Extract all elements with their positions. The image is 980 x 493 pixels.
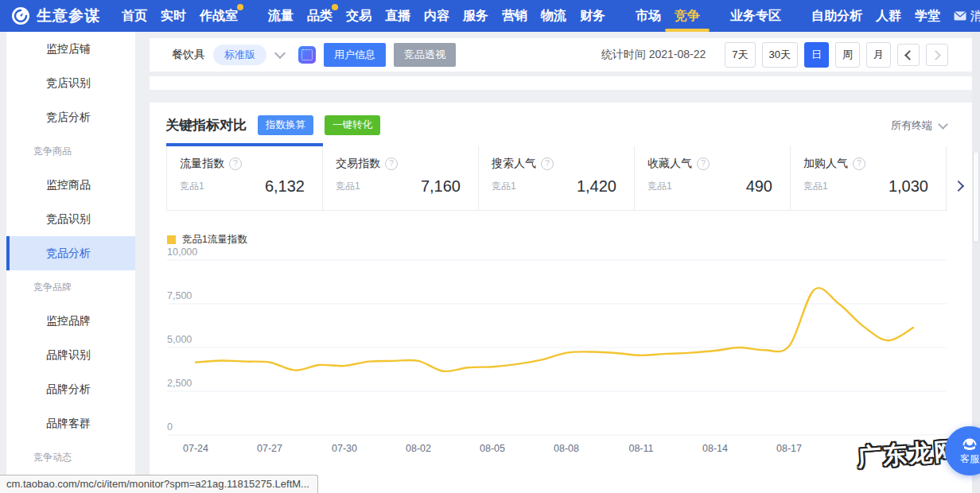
metric-card-cart-popularity[interactable]: 加购人气? 竞品11,030: [791, 146, 947, 210]
nav-live[interactable]: 直播: [385, 0, 410, 32]
metric-series: 竞品1: [492, 180, 516, 193]
x-axis-tick: 08-11: [617, 443, 665, 454]
sidebar-section-compete-trends: 竞争动态: [6, 441, 135, 474]
scrollbar-thumb[interactable]: [973, 151, 979, 243]
x-axis-tick: 08-17: [765, 443, 813, 454]
y-axis-tick: 10,000: [167, 246, 197, 258]
nav-self-analysis[interactable]: 自助分析: [811, 0, 862, 32]
metric-value: 1,030: [889, 177, 928, 196]
range-week-button[interactable]: 周: [835, 42, 860, 68]
notification-dot: [332, 4, 338, 10]
nav-trade[interactable]: 交易: [346, 0, 371, 32]
next-date-button[interactable]: [926, 44, 948, 66]
range-7d-button[interactable]: 7天: [725, 42, 755, 68]
index-convert-button[interactable]: 指数换算: [258, 115, 313, 135]
user-info-button[interactable]: 用户信息: [324, 43, 386, 67]
sidebar: 监控店铺 竞店识别 竞店分析 竞争商品 监控商品 竞品识别 竞品分析 竞争品牌 …: [6, 32, 135, 493]
metric-title: 流量指数: [180, 157, 224, 171]
section-gap-strip: [150, 76, 972, 90]
nav-warroom[interactable]: 作战室: [200, 0, 238, 32]
line-chart-canvas: [167, 258, 951, 438]
sidebar-item-monitor-brands[interactable]: 监控品牌: [6, 304, 135, 338]
nav-content[interactable]: 内容: [424, 0, 449, 32]
nav-traffic[interactable]: 流量: [268, 0, 294, 32]
y-axis-tick: 5,000: [167, 334, 192, 345]
x-axis-tick: 08-05: [469, 443, 516, 454]
x-axis-tick: 07-30: [321, 443, 368, 454]
legend-label: 竞品1流量指数: [182, 233, 247, 246]
metric-card-trade-index[interactable]: 交易指数? 竞品17,160: [323, 146, 479, 210]
help-icon[interactable]: ?: [697, 157, 710, 170]
sycm-logo-icon: [11, 6, 30, 25]
metric-card-search-popularity[interactable]: 搜索人气? 竞品11,420: [479, 146, 635, 210]
rival-perspective-button[interactable]: 竞品透视: [394, 43, 456, 67]
app-grid-icon[interactable]: [298, 46, 316, 64]
one-key-convert-button[interactable]: 一键转化: [325, 115, 380, 135]
nav-market[interactable]: 市场: [636, 0, 661, 32]
metric-card-traffic-index[interactable]: 流量指数? 竞品16,132: [167, 146, 323, 210]
version-badge[interactable]: 标准版: [213, 45, 266, 65]
range-30d-button[interactable]: 30天: [762, 42, 798, 68]
nav-realtime[interactable]: 实时: [161, 0, 186, 32]
metric-series: 竞品1: [803, 180, 828, 193]
help-icon[interactable]: ?: [541, 157, 554, 170]
cards-scroll-right-button[interactable]: [955, 179, 969, 193]
sidebar-item-rival-shop-identify[interactable]: 竞店识别: [6, 66, 135, 100]
sidebar-item-rival-item-analysis[interactable]: 竞品分析: [6, 236, 135, 270]
notification-dot: [237, 4, 243, 10]
brand[interactable]: 生意参谋: [11, 6, 100, 26]
x-axis-tick: 08-08: [542, 443, 590, 454]
metric-card-favorite-popularity[interactable]: 收藏人气? 竞品1490: [635, 146, 791, 210]
y-axis-tick: 0: [167, 421, 173, 433]
sidebar-item-rival-item-identify[interactable]: 竞品识别: [6, 202, 135, 236]
help-icon[interactable]: ?: [853, 157, 865, 170]
sidebar-item-monitor-shop[interactable]: 监控店铺: [6, 32, 135, 66]
chevron-right-icon: [953, 181, 964, 192]
nav-marketing[interactable]: 营销: [502, 0, 527, 32]
range-day-button[interactable]: 日: [804, 42, 829, 68]
range-month-button[interactable]: 月: [866, 42, 891, 68]
nav-service[interactable]: 服务: [463, 0, 488, 32]
category-label: 餐饮具: [172, 48, 205, 62]
sidebar-item-rival-shop-analysis[interactable]: 竞店分析: [6, 100, 135, 134]
brand-name: 生意参谋: [37, 6, 100, 26]
chevron-left-icon: [904, 50, 915, 60]
date-controls: 统计时间 2021-08-22 7天 30天 日 周 月: [601, 42, 948, 68]
x-axis-tick: 07-24: [172, 443, 220, 454]
chevron-down-icon[interactable]: [274, 48, 286, 59]
nav-academy[interactable]: 学堂: [915, 0, 940, 32]
filter-bar: 餐饮具 标准版 用户信息 竞品透视 统计时间 2021-08-22 7天 30天…: [150, 38, 972, 72]
page-scrollbar[interactable]: [972, 32, 980, 493]
y-axis-tick: 7,500: [167, 290, 192, 301]
app-window: 生意参谋 首页 实时 作战室 流量 品类 交易 直播 内容 服务 营销 物流 财…: [0, 0, 980, 493]
metric-series: 竞品1: [648, 180, 672, 193]
metric-series: 竞品1: [180, 180, 204, 193]
status-url-tooltip: cm.taobao.com/mc/ci/item/monitor?spm=a21…: [0, 475, 318, 493]
panel-header: 关键指标对比 指数换算 一键转化 所有终端: [150, 103, 972, 146]
nav-category[interactable]: 品类: [307, 0, 332, 32]
nav-logistics[interactable]: 物流: [541, 0, 566, 32]
sidebar-item-monitor-items[interactable]: 监控商品: [6, 168, 135, 202]
help-icon[interactable]: ?: [385, 157, 398, 170]
sidebar-item-brand-analysis[interactable]: 品牌分析: [6, 372, 135, 406]
help-icon[interactable]: ?: [229, 157, 242, 170]
nav-home[interactable]: 首页: [122, 0, 147, 32]
chevron-down-icon: [938, 119, 948, 130]
sidebar-item-brand-audience[interactable]: 品牌客群: [6, 406, 135, 441]
metric-cards: 流量指数? 竞品16,132 交易指数? 竞品17,160 搜索人气? 竞品11…: [166, 146, 947, 211]
nav-business-zone[interactable]: 业务专区: [730, 0, 781, 32]
metric-value: 6,132: [265, 177, 305, 196]
nav-finance[interactable]: 财务: [580, 0, 605, 32]
nav-competition[interactable]: 竞争: [675, 0, 700, 32]
envelope-icon: [954, 11, 966, 21]
nav-messages[interactable]: 消息: [954, 9, 980, 24]
metric-series: 竞品1: [336, 180, 360, 193]
prev-date-button[interactable]: [897, 44, 920, 66]
legend-swatch: [167, 235, 176, 244]
metric-title: 加购人气: [803, 157, 848, 171]
terminal-filter-dropdown[interactable]: 所有终端: [891, 118, 948, 133]
sidebar-item-brand-identify[interactable]: 品牌识别: [6, 338, 135, 372]
sidebar-section-compete-brands: 竞争品牌: [6, 270, 135, 304]
x-axis-tick: 08-14: [691, 443, 739, 454]
nav-audience[interactable]: 人群: [876, 0, 901, 32]
